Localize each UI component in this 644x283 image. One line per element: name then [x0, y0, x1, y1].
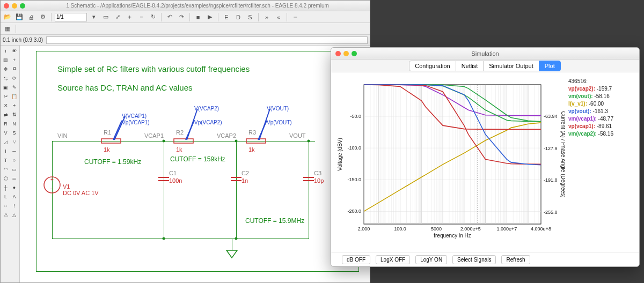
- close-icon[interactable]: [335, 51, 341, 56]
- plot-area[interactable]: -50.0-100.0-150.0-200.0-63.94-127.9-191.…: [334, 76, 565, 249]
- c2-value: 1n: [241, 177, 248, 184]
- zoom-field[interactable]: [55, 13, 87, 21]
- zoom-dropdown-icon[interactable]: ▾: [89, 12, 99, 22]
- component-v1[interactable]: +−: [43, 172, 61, 198]
- rect-icon[interactable]: ▭: [10, 165, 18, 173]
- rotate-icon[interactable]: ⟳: [10, 74, 18, 82]
- value-icon[interactable]: V: [2, 129, 10, 137]
- close-icon[interactable]: [4, 3, 9, 9]
- replace-icon[interactable]: R: [2, 120, 10, 128]
- tab-netlist[interactable]: Netlist: [456, 61, 484, 71]
- zoom-fit-icon[interactable]: ⤢: [113, 12, 122, 22]
- redraw-icon[interactable]: ↻: [148, 12, 158, 22]
- add-icon[interactable]: ＋: [10, 101, 18, 109]
- dlgn-icon[interactable]: ⎓: [290, 12, 300, 22]
- save-icon[interactable]: 💾: [14, 12, 24, 22]
- mark-icon[interactable]: +: [10, 56, 18, 64]
- sim-btn-refresh[interactable]: Refresh: [501, 255, 530, 264]
- sim-icon[interactable]: S: [245, 12, 255, 22]
- print-icon[interactable]: 🖨: [26, 12, 36, 22]
- group-icon[interactable]: ▣: [2, 83, 10, 91]
- redo-icon[interactable]: ↷: [177, 12, 186, 22]
- manufacture-icon[interactable]: ⚙: [38, 12, 48, 22]
- sim-button-row: dB OFFLogX OFFLogY ONSelect SignalsRefre…: [331, 252, 639, 266]
- warn-icon[interactable]: △: [10, 211, 18, 219]
- circle-icon[interactable]: ○: [10, 156, 18, 164]
- erc2-icon[interactable]: !: [10, 202, 18, 210]
- v1-value: DC 0V AC 1V: [63, 190, 99, 196]
- display-icon[interactable]: ▤: [2, 56, 10, 64]
- show-icon[interactable]: 👁: [10, 47, 18, 55]
- tab-simulator-output[interactable]: Simulator Output: [483, 61, 539, 71]
- invoke-icon[interactable]: I: [2, 147, 10, 155]
- change-icon[interactable]: ✎: [10, 83, 18, 91]
- net-icon[interactable]: ┼: [2, 183, 10, 191]
- delete-icon[interactable]: ✕: [2, 101, 10, 109]
- paste-icon[interactable]: 📋: [10, 92, 18, 100]
- minimize-icon[interactable]: [12, 3, 17, 9]
- node-vcap1: [163, 140, 165, 143]
- back-icon[interactable]: «: [274, 12, 283, 22]
- command-input[interactable]: [46, 36, 368, 44]
- zoom-out-icon[interactable]: －: [136, 12, 146, 22]
- errors-icon[interactable]: ⚠: [2, 211, 10, 219]
- junction-icon[interactable]: ●: [10, 183, 18, 191]
- text-icon[interactable]: T: [2, 156, 10, 164]
- sim-btn-db-off[interactable]: dB OFF: [342, 255, 370, 264]
- minimize-icon[interactable]: [343, 51, 349, 56]
- select-icon[interactable]: ▭: [101, 12, 111, 22]
- sim-btn-logy-on[interactable]: LogY ON: [415, 255, 447, 264]
- node-gnd2: [235, 237, 238, 240]
- maximize-icon[interactable]: [352, 51, 357, 56]
- tab-configuration[interactable]: Configuration: [409, 61, 456, 71]
- pinswap-icon[interactable]: ⇄: [2, 110, 10, 118]
- svg-text:Voltage (dBV): Voltage (dBV): [337, 138, 343, 171]
- sim-btn-logx-off[interactable]: LogX OFF: [376, 255, 410, 264]
- component-c2[interactable]: [231, 174, 241, 185]
- miter-icon[interactable]: ◿: [2, 138, 10, 146]
- arc-icon[interactable]: ◠: [2, 165, 10, 173]
- go-icon[interactable]: ▶: [205, 12, 215, 22]
- erc-icon[interactable]: E: [222, 12, 231, 22]
- polygon-icon[interactable]: ⬠: [2, 174, 10, 182]
- ground-icon: [225, 249, 238, 259]
- zoom-in-icon[interactable]: ＋: [125, 12, 134, 22]
- component-c3[interactable]: [303, 174, 314, 185]
- smash-icon[interactable]: S: [10, 129, 18, 137]
- schematic-canvas[interactable]: Simple set of RC filters with various cu…: [20, 46, 370, 282]
- wire-gnd: [52, 239, 232, 239]
- forward-icon[interactable]: »: [262, 12, 272, 22]
- bus-icon[interactable]: ═: [10, 174, 18, 182]
- svg-text:-255.8: -255.8: [544, 210, 558, 215]
- info-icon[interactable]: i: [2, 47, 10, 55]
- svg-text:-200.0: -200.0: [347, 208, 361, 214]
- dimension-icon[interactable]: ↔: [2, 202, 10, 210]
- grid-icon[interactable]: ▦: [3, 24, 12, 34]
- copy-icon[interactable]: ⧉: [10, 65, 18, 73]
- sim-traffic-lights: [335, 51, 357, 56]
- node-vout: [308, 140, 310, 143]
- net-vout: VOUT: [289, 132, 306, 139]
- legend-entry: vm(vcap2): -58.16: [568, 130, 635, 138]
- mirror-icon[interactable]: ⇋: [2, 74, 10, 82]
- sim-btn-select-signals[interactable]: Select Signals: [452, 255, 496, 264]
- split-icon[interactable]: ⑂: [10, 138, 18, 146]
- stop-icon[interactable]: ■: [193, 12, 203, 22]
- svg-text:2.000e+5: 2.000e+5: [460, 226, 481, 232]
- component-c1[interactable]: [158, 174, 169, 185]
- move-icon[interactable]: ✥: [2, 65, 10, 73]
- open-icon[interactable]: 📂: [3, 12, 12, 22]
- gateswap-icon[interactable]: ⇅: [10, 110, 18, 118]
- c3-value: 10p: [314, 177, 324, 184]
- undo-icon[interactable]: ↶: [165, 12, 174, 22]
- name-icon[interactable]: N: [10, 120, 18, 128]
- label-icon[interactable]: L: [2, 192, 10, 200]
- svg-line-13: [114, 116, 125, 140]
- wire-icon[interactable]: ─: [10, 147, 18, 155]
- maximize-icon[interactable]: [20, 3, 25, 9]
- tab-plot[interactable]: Plot: [539, 61, 561, 71]
- drc-icon[interactable]: D: [233, 12, 243, 22]
- cut-icon[interactable]: ✂: [2, 92, 10, 100]
- wire-c1: [164, 141, 164, 239]
- attribute-icon[interactable]: A: [10, 192, 18, 200]
